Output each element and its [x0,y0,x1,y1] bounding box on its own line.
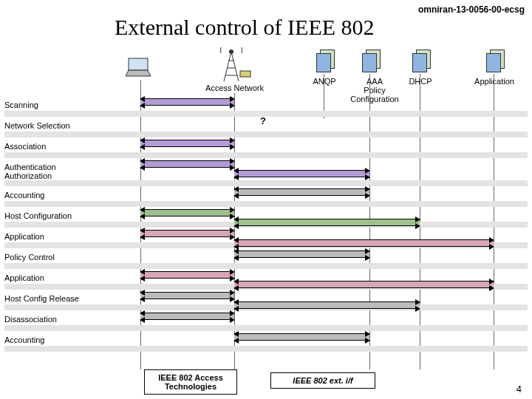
svg-rect-0 [129,58,148,70]
flow-band [234,170,369,177]
slide-number: 4 [516,383,522,395]
flow-band [234,188,369,195]
phase-row: Disassociation [4,310,528,331]
phase-row: Authentication Authorization [4,158,528,186]
phase-label: Application [4,232,100,241]
dhcp-label: DHCP [402,77,439,86]
phase-label: Accounting [4,191,100,200]
anqp-label: ANQP [306,77,343,86]
phase-row: Host Configuration [4,207,528,228]
flow-band [234,333,369,340]
svg-rect-6 [240,71,250,77]
flow-band [140,292,234,299]
flow-band [140,160,234,167]
svg-point-5 [229,50,233,54]
svg-marker-1 [126,70,151,76]
flow-band [234,250,369,257]
flow-band [234,281,494,287]
separator [4,152,528,158]
phase-row: Accounting [4,331,528,352]
access-network-icon [216,46,252,86]
separator [4,263,528,269]
phase-row: Host Config Release [4,290,528,310]
phase-row: Scanning [4,96,528,117]
phase-label: Association [4,142,100,151]
dhcp-server-icon [412,53,427,72]
phase-row: Application [4,269,528,290]
flow-band [234,301,420,308]
question-mark: ? [260,117,266,126]
ieee-802-access-tech-box: IEEE 802 Access Technologies [144,369,237,395]
anqp-server-icon [316,53,331,72]
phase-row: Accounting [4,186,528,207]
phase-row: Policy Control [4,248,528,269]
phase-row: Network Selection? [4,117,528,137]
aaa-server-icon [362,53,377,72]
separator [4,325,528,331]
client-icon [126,55,155,80]
separator [4,111,528,117]
flow-band [140,98,234,105]
phase-row: Application [4,228,528,248]
app-server-icon [486,53,501,72]
page-title: External control of IEEE 802 [115,15,375,40]
phase-list: ScanningNetwork Selection?AssociationAut… [4,96,528,352]
phase-label: Application [4,273,100,282]
phase-row: Association [4,137,528,158]
phase-label: Host Configuration [4,211,100,220]
phase-label: Host Config Release [4,294,100,303]
ieee-802-ext-if-box: IEEE 802 ext. i/f [270,372,375,389]
doc-id: omniran-13-0056-00-ecsg [418,4,525,15]
flow-band [234,239,494,246]
phase-label: Accounting [4,335,100,344]
application-label: Application [470,77,519,86]
phase-label: Network Selection [4,121,100,130]
flow-band [140,271,234,278]
flow-band [140,140,234,146]
flow-band [140,230,234,236]
phase-label: Policy Control [4,253,100,262]
phase-label: Disassociation [4,315,100,324]
flow-band [140,313,234,319]
phase-label: Authentication Authorization [4,163,100,180]
flow-band [140,209,234,216]
separator [4,180,528,186]
flow-band [234,219,420,225]
phase-label: Scanning [4,100,100,109]
separator [4,201,528,207]
separator [4,132,528,137]
separator [4,346,528,352]
access-network-label: Access Network [200,83,270,92]
